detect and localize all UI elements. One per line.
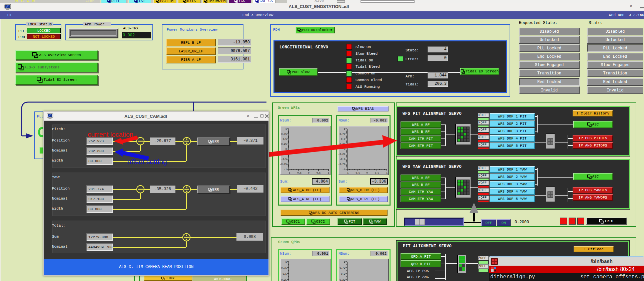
- svg-text:0: 0: [308, 172, 309, 174]
- svg-text:0.25: 0.25: [340, 279, 345, 281]
- svg-text:0: 0: [366, 172, 368, 174]
- svg-text:-0.5: -0.5: [354, 172, 360, 174]
- svg-text:0.25: 0.25: [281, 279, 287, 281]
- svg-text:0.5: 0.5: [375, 172, 379, 174]
- svg-text:-1: -1: [346, 172, 349, 174]
- svg-text:1: 1: [285, 128, 287, 130]
- svg-text:0.5: 0.5: [282, 273, 287, 275]
- svg-text:0.5: 0.5: [341, 273, 345, 275]
- svg-text:0.75: 0.75: [340, 267, 345, 269]
- svg-text:1: 1: [386, 172, 388, 174]
- svg-text:1: 1: [344, 128, 345, 130]
- svg-text:0.5: 0.5: [316, 172, 321, 174]
- svg-text:-1: -1: [284, 168, 287, 171]
- svg-text:-1: -1: [343, 168, 345, 171]
- svg-text:-0.75: -0.75: [339, 163, 345, 166]
- svg-text:-0.5: -0.5: [296, 172, 301, 174]
- svg-text:1: 1: [285, 261, 287, 263]
- svg-text:1: 1: [328, 172, 329, 174]
- svg-text:0.75: 0.75: [281, 267, 287, 269]
- svg-text:1: 1: [344, 261, 345, 263]
- svg-text:-1: -1: [287, 172, 290, 174]
- svg-text:-0.75: -0.75: [280, 163, 287, 166]
